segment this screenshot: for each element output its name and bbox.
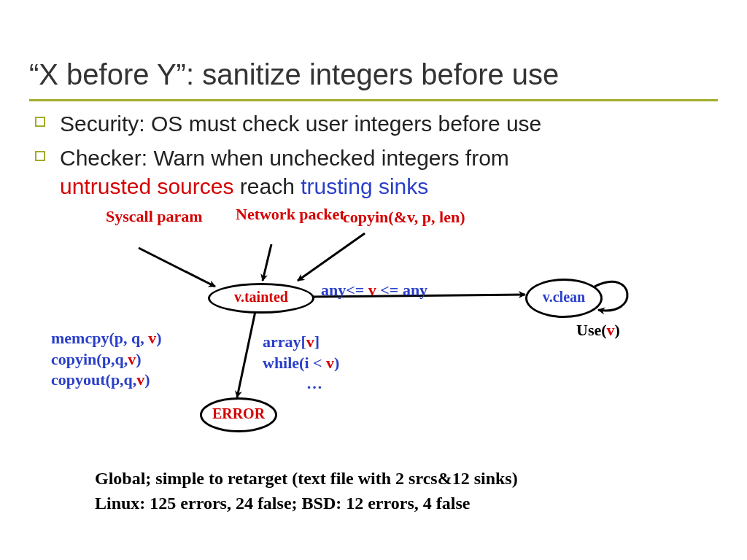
- bullet-1-text: Security: OS must check user integers be…: [60, 112, 541, 136]
- footnote-line-2: Linux: 125 errors, 24 false; BSD: 12 err…: [95, 491, 518, 516]
- copyin2-pre: copyin(p,q,: [51, 350, 128, 368]
- label-network-text: Network packet: [236, 205, 345, 223]
- node-error-text: ERROR: [212, 405, 265, 421]
- copyout-v: v: [136, 370, 144, 389]
- bullet-2: Checker: Warn when unchecked integers fr…: [35, 144, 541, 201]
- slide-title: “X before Y”: sanitize integers before u…: [29, 58, 559, 91]
- any-v: v: [368, 281, 376, 299]
- title-divider: [29, 99, 718, 101]
- sink-list-left: memcpy(p, q, v) copyin(p,q,v) copyout(p,…: [51, 328, 162, 391]
- bullet-2-blue: trusting sinks: [301, 174, 428, 198]
- sink-copyin: copyin(p,q,v): [51, 349, 162, 370]
- bullet-2-pre: Checker: Warn when unchecked integers fr…: [60, 146, 509, 170]
- bullet-1: Security: OS must check user integers be…: [35, 109, 541, 138]
- array-v: v: [306, 332, 314, 351]
- node-tainted-text: v.tainted: [234, 289, 288, 305]
- while-v: v: [326, 354, 334, 372]
- any-left: any<=: [321, 281, 368, 299]
- svg-line-0: [139, 248, 215, 287]
- sink-memcpy: memcpy(p, q, v): [51, 328, 162, 349]
- bullet-2-mid: reach: [240, 174, 301, 198]
- memcpy-post: ): [156, 329, 161, 347]
- copyout-pre: copyout(p,q,: [51, 370, 136, 389]
- copyout-post: ): [144, 370, 150, 389]
- svg-line-1: [263, 244, 271, 281]
- sink-list-right: array[v] while(i < v) …: [263, 332, 339, 394]
- footnote-area: Global; simple to retarget (text file wi…: [95, 467, 518, 516]
- label-syscall-text: Syscall param: [106, 208, 186, 225]
- label-syscall-param: Syscall param: [106, 208, 186, 225]
- transition-any-check: any<= v <= any: [321, 281, 427, 300]
- array-post: ]: [314, 332, 320, 351]
- diagram-area: Syscall param Network packet copyin(&v, …: [51, 208, 708, 448]
- label-use-v: Use(v): [576, 321, 620, 340]
- node-clean: v.clean: [525, 279, 603, 318]
- copyin2-v: v: [128, 350, 136, 368]
- node-tainted: v.tainted: [208, 283, 314, 314]
- svg-line-4: [237, 311, 255, 397]
- label-network-packet: Network packet: [236, 206, 323, 223]
- while-post: ): [334, 354, 339, 372]
- use-post: ): [615, 321, 620, 339]
- array-pre: array[: [263, 332, 306, 351]
- node-clean-text: v.clean: [543, 289, 585, 305]
- bullet-list: Security: OS must check user integers be…: [35, 109, 541, 206]
- memcpy-v: v: [148, 329, 156, 347]
- label-copyin-top: copyin(&v, p, len): [343, 208, 465, 227]
- node-error: ERROR: [200, 397, 277, 432]
- any-right: <= any: [376, 281, 427, 299]
- label-copyin-top-text: copyin(&v, p, len): [343, 208, 465, 226]
- footnote-line-1: Global; simple to retarget (text file wi…: [95, 467, 518, 491]
- use-pre: Use(: [576, 321, 607, 339]
- while-pre: while(i <: [263, 354, 326, 372]
- memcpy-pre: memcpy(p, q,: [51, 329, 148, 347]
- sink-ellipsis: …: [263, 373, 339, 394]
- svg-line-2: [298, 233, 365, 281]
- sink-array: array[v]: [263, 332, 339, 353]
- use-v: v: [607, 321, 615, 339]
- sink-while: while(i < v): [263, 353, 339, 374]
- copyin2-post: ): [136, 350, 141, 368]
- bullet-2-red: untrusted sources: [60, 174, 233, 198]
- sink-copyout: copyout(p,q,v): [51, 370, 162, 391]
